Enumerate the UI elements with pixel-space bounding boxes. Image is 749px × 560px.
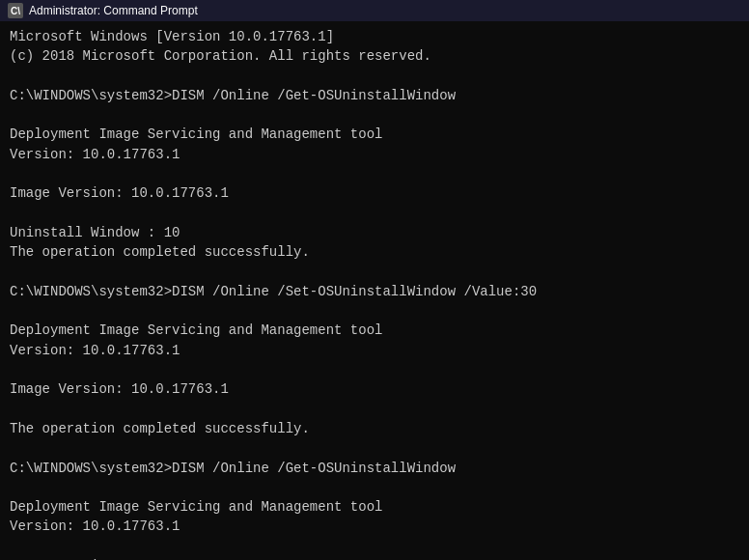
terminal-line [10,263,739,282]
terminal-line: Microsoft Windows [Version 10.0.17763.1] [10,27,739,46]
terminal-line [10,360,739,379]
terminal-line [10,105,739,125]
terminal-line: C:\WINDOWS\system32>DISM /Online /Get-OS… [10,459,739,478]
app-icon: C\ [8,3,23,18]
terminal-line [10,478,739,497]
terminal-line: The operation completed successfully. [10,242,739,262]
terminal-line [10,164,739,183]
terminal-line: The operation completed successfully. [10,419,739,438]
terminal-line [10,438,739,458]
terminal-line: Image Version: 10.0.17763.1 [10,183,739,203]
title-bar: C\ Administrator: Command Prompt [0,0,749,21]
terminal-line [10,537,739,556]
terminal-body: Microsoft Windows [Version 10.0.17763.1]… [0,21,749,560]
terminal-line: Version: 10.0.17763.1 [10,341,739,360]
terminal-line: (c) 2018 Microsoft Corporation. All righ… [10,46,739,66]
terminal-line: Image Version: 10.0.17763.1 [10,379,739,399]
terminal-line [10,400,739,419]
terminal-line: C:\WINDOWS\system32>DISM /Online /Set-OS… [10,282,739,301]
terminal-line: Deployment Image Servicing and Managemen… [10,125,739,144]
terminal-line [10,67,739,86]
terminal-line [10,301,739,321]
terminal-line: Uninstall Window : 10 [10,223,739,242]
terminal-line: Version: 10.0.17763.1 [10,517,739,536]
window-title: Administrator: Command Prompt [29,4,198,17]
terminal-line: Version: 10.0.17763.1 [10,145,739,164]
terminal-line: Deployment Image Servicing and Managemen… [10,497,739,517]
terminal-line [10,204,739,223]
terminal-line: Image Version: 10.0.17763.1 [10,556,739,560]
terminal-line: C:\WINDOWS\system32>DISM /Online /Get-OS… [10,86,739,105]
terminal-line: Deployment Image Servicing and Managemen… [10,321,739,340]
